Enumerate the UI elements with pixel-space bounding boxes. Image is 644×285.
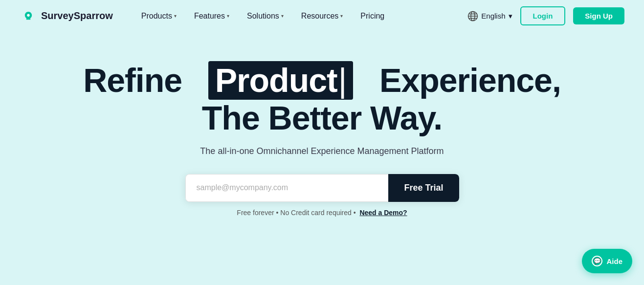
products-chevron-icon: ▾ bbox=[174, 13, 177, 19]
login-button[interactable]: Login bbox=[520, 6, 566, 25]
free-trial-button[interactable]: Free Trial bbox=[388, 174, 459, 202]
hero-title: Refine Product Experience, The Better Wa… bbox=[83, 61, 561, 136]
email-input[interactable] bbox=[185, 174, 389, 202]
nav-item-solutions[interactable]: Solutions ▾ bbox=[238, 8, 292, 24]
language-chevron-icon: ▾ bbox=[509, 12, 512, 21]
svg-point-1 bbox=[27, 14, 29, 16]
hero-title-prefix: Refine bbox=[83, 62, 182, 99]
brand-name: SurveySparrow bbox=[41, 10, 113, 22]
need-demo-link[interactable]: Need a Demo? bbox=[359, 209, 407, 217]
hero-note: Free forever • No Credit card required •… bbox=[237, 209, 407, 217]
aide-label: Aide bbox=[606, 257, 622, 265]
hero-note-text: Free forever • No Credit card required • bbox=[237, 209, 355, 217]
hero-title-line2: The Better Way. bbox=[202, 99, 442, 136]
hero-title-highlight: Product bbox=[208, 61, 354, 100]
features-chevron-icon: ▾ bbox=[227, 13, 229, 19]
language-label: English bbox=[481, 12, 505, 20]
hero-form: Free Trial bbox=[185, 174, 459, 202]
aide-button[interactable]: 💬 Aide bbox=[582, 249, 632, 273]
nav-item-resources[interactable]: Resources ▾ bbox=[292, 8, 352, 24]
resources-chevron-icon: ▾ bbox=[340, 13, 343, 19]
hero-section: Refine Product Experience, The Better Wa… bbox=[0, 32, 644, 236]
globe-icon bbox=[467, 11, 478, 22]
nav-resources-label: Resources bbox=[301, 12, 338, 21]
nav-item-products[interactable]: Products ▾ bbox=[133, 8, 185, 24]
nav-solutions-label: Solutions bbox=[247, 12, 279, 21]
nav-item-features[interactable]: Features ▾ bbox=[185, 8, 238, 24]
nav-products-label: Products bbox=[141, 12, 172, 21]
nav-pricing-label: Pricing bbox=[360, 12, 384, 21]
solutions-chevron-icon: ▾ bbox=[281, 13, 284, 19]
logo-icon bbox=[20, 7, 37, 25]
logo-link[interactable]: SurveySparrow bbox=[20, 7, 113, 25]
signup-button[interactable]: Sign Up bbox=[573, 7, 624, 24]
nav-links: Products ▾ Features ▾ Solutions ▾ Resour… bbox=[133, 8, 468, 24]
hero-subtitle: The all-in-one Omnichannel Experience Ma… bbox=[200, 146, 444, 156]
aide-chat-icon: 💬 bbox=[592, 256, 602, 266]
navbar: SurveySparrow Products ▾ Features ▾ Solu… bbox=[0, 0, 644, 32]
language-selector[interactable]: English ▾ bbox=[467, 11, 512, 22]
nav-item-pricing[interactable]: Pricing bbox=[352, 8, 393, 24]
hero-title-suffix: Experience, bbox=[379, 62, 561, 99]
nav-features-label: Features bbox=[194, 12, 225, 21]
nav-right: English ▾ Login Sign Up bbox=[467, 6, 624, 25]
